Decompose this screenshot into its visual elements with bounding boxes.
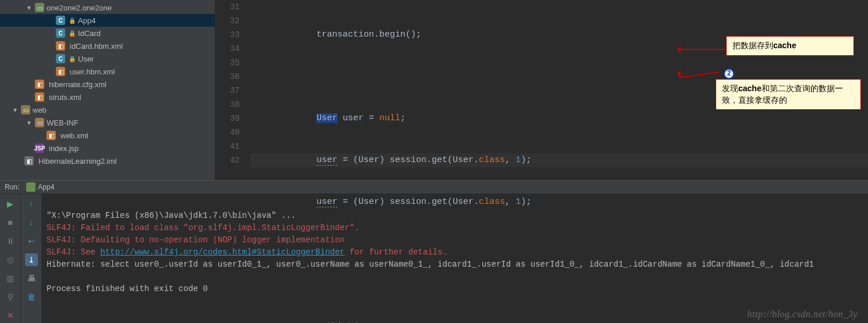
tree-item-hibernate-cfg[interactable]: ◧ hibernate.cfg.xml xyxy=(0,78,215,91)
lock-icon: 🔒 xyxy=(69,56,76,62)
xml-icon: ◧ xyxy=(56,67,65,76)
gutter: 313233 343536 373839 404142 xyxy=(215,0,250,180)
class-icon: C xyxy=(56,16,65,25)
run-tool-column: ▶ ■ ⏸ ◎ ▥ ⚲ ✕ xyxy=(0,194,21,323)
up-arrow-button[interactable]: ↑ xyxy=(25,198,38,210)
tree-item-idcard[interactable]: C🔒 IdCard xyxy=(0,27,215,40)
class-icon: C xyxy=(56,54,65,63)
chevron-down-icon: ▼ xyxy=(12,107,19,113)
console-line: Process finished with exit code 0 xyxy=(47,284,208,293)
iml-icon: ◧ xyxy=(24,156,34,166)
project-tree: ▼ ▭ one2one2.one2one C🔒 App4 C🔒 IdCard ◧… xyxy=(0,0,215,180)
arrow-head-icon xyxy=(674,70,681,77)
run-tab-name[interactable]: App4 xyxy=(38,183,54,191)
down-arrow-button[interactable]: ↓ xyxy=(25,216,38,229)
tree-label: user.hbm.xml xyxy=(70,67,115,76)
close-button[interactable]: ✕ xyxy=(4,309,17,322)
tree-label: index.jsp xyxy=(49,144,79,153)
folder-icon: ▭ xyxy=(35,118,44,127)
lock-icon: 🔒 xyxy=(69,17,76,24)
tree-label: struts.xml xyxy=(49,93,81,102)
rerun-button[interactable]: ▶ xyxy=(4,198,17,210)
jsp-icon: JSP xyxy=(35,143,44,153)
tree-package[interactable]: ▼ ▭ one2one2.one2one xyxy=(0,1,215,14)
tree-label: web xyxy=(33,106,47,114)
code-line: //提交事务 xyxy=(250,321,868,323)
watermark: http://blog.csdn.net/hon_3y xyxy=(748,309,858,320)
xml-icon: ◧ xyxy=(56,41,65,51)
tree-item-indexjsp[interactable]: JSP index.jsp xyxy=(0,142,215,155)
annotation-cache-save: 把数据存到cache xyxy=(726,36,854,56)
tree-label: web.xml xyxy=(61,131,88,140)
code-line xyxy=(250,237,868,251)
tree-item-webinf[interactable]: ▼ ▭ WEB-INF xyxy=(0,116,215,129)
pause-button[interactable]: ⏸ xyxy=(4,235,17,247)
clear-button[interactable]: 🗑 xyxy=(25,290,38,303)
print-button[interactable]: 🖶 xyxy=(25,272,38,285)
code-line xyxy=(250,279,868,293)
tree-item-idcard-hbm[interactable]: ◧ idCard.hbm.xml xyxy=(0,40,215,52)
marker-2: 2 xyxy=(724,69,734,79)
tree-item-user[interactable]: C🔒 User xyxy=(0,52,215,65)
web-folder-icon: ▭ xyxy=(21,105,30,114)
arrow-head-icon xyxy=(674,46,681,53)
tree-label: idCard.hbm.xml xyxy=(70,42,123,51)
scroll-to-end-button[interactable]: ⤓ xyxy=(25,253,38,266)
tree-label: IdCard xyxy=(78,29,101,38)
tree-label: User xyxy=(78,55,94,63)
tree-item-web[interactable]: ▼ ▭ web xyxy=(0,103,215,116)
run-label: Run: xyxy=(0,183,24,191)
package-icon: ▭ xyxy=(35,3,44,12)
class-icon: C xyxy=(56,28,65,38)
code-line: user = (User) session.get(User.class, 1)… xyxy=(250,195,868,209)
lock-icon: 🔒 xyxy=(69,30,76,37)
tree-item-struts[interactable]: ◧ struts.xml xyxy=(0,91,215,103)
dump-button[interactable]: ◎ xyxy=(4,253,17,266)
soft-wrap-button[interactable]: ↩ xyxy=(25,235,38,247)
tree-label: App4 xyxy=(78,16,95,25)
tree-item-user-hbm[interactable]: ◧ user.hbm.xml xyxy=(0,65,215,78)
console-tool-column: ↑ ↓ ↩ ⤓ 🖶 🗑 xyxy=(21,194,42,323)
arrow-1 xyxy=(678,49,725,50)
tree-label: hibernate.cfg.xml xyxy=(49,80,106,89)
xml-icon: ◧ xyxy=(35,92,44,102)
chevron-down-icon: ▼ xyxy=(26,120,33,126)
tree-item-iml[interactable]: ◧ HibernateLearning2.iml xyxy=(0,155,215,167)
pin-button[interactable]: ⚲ xyxy=(4,290,17,303)
run-config-icon xyxy=(26,182,35,192)
annotation-cache-found: 发现cache和第二次查询的数据一致，直接拿缓存的 xyxy=(716,79,861,110)
tree-label: HibernateLearning2.iml xyxy=(38,157,116,166)
tree-label: WEB-INF xyxy=(47,119,79,127)
xml-icon: ◧ xyxy=(47,131,56,140)
layout-button[interactable]: ▥ xyxy=(4,272,17,285)
code-line: user = (User) session.get(User.class, 1)… xyxy=(250,153,868,167)
tree-item-app4[interactable]: C🔒 App4 xyxy=(0,14,215,27)
tree-item-webxml[interactable]: ◧ web.xml xyxy=(0,129,215,142)
code-line: User user = null; xyxy=(250,112,868,125)
stop-button[interactable]: ■ xyxy=(4,216,17,229)
xml-icon: ◧ xyxy=(35,80,44,89)
chevron-down-icon: ▼ xyxy=(26,5,33,11)
tree-label: one2one2.one2one xyxy=(47,3,112,12)
